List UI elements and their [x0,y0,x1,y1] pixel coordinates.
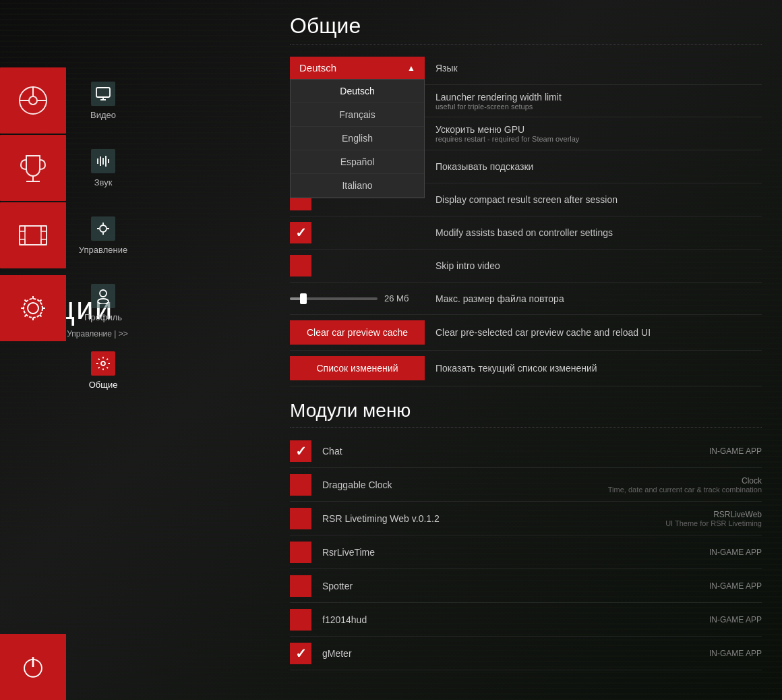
modify-assists-label: Modify assists based on controller setti… [435,227,762,238]
lang-option-italiano[interactable]: Italiano [291,174,424,198]
clear-cache-control: Clear car preview cache [290,320,425,345]
module-checkbox-4[interactable] [290,575,311,597]
module-checkbox-0[interactable] [290,440,311,462]
modules-title: Модули меню [290,400,762,421]
svg-rect-18 [96,88,110,97]
module-name-2: RSR Livetiming Web v.0.1.2 [322,513,655,524]
module-tag-3: IN-GAME APP [709,548,762,557]
module-row: Draggable ClockClockTime, date and curre… [290,468,762,502]
nav-controls-label: Управление [79,245,127,255]
nav-profile[interactable]: Профиль [73,270,133,336]
sidebar-icon-audio[interactable] [0,135,66,201]
module-checkbox-3[interactable] [290,542,311,563]
general-icon [91,351,115,376]
gpu-menu-sublabel: requires restart - required for Steam ov… [435,135,762,143]
module-checkbox-2[interactable] [290,508,311,529]
module-row: SpotterIN-GAME APP [290,569,762,603]
replay-size-control: 26 Мб [290,293,425,303]
launcher-width-text: Launcher rendering width limit [435,92,562,103]
sidebar-icon-video[interactable] [0,67,66,134]
modify-assists-checkbox[interactable] [290,222,311,243]
svg-point-1 [29,96,37,105]
language-options[interactable]: Deutsch Français English Español Italian… [290,79,425,198]
sidebar-icon-controls[interactable] [0,202,66,268]
nav-audio[interactable]: Звук [73,135,133,201]
language-dropdown[interactable]: Deutsch ▲ Deutsch Français English Españ… [290,57,425,79]
nav-general-label: Общие [89,380,118,390]
gpu-menu-label: Ускорить меню GPU requires restart - req… [435,124,762,143]
compact-result-label: Display compact result screen after sess… [435,194,762,205]
monitor-svg [95,86,111,102]
svg-point-14 [28,303,38,314]
module-checkbox-5[interactable] [290,609,311,631]
controls-icon [91,216,115,241]
profile-svg [95,288,111,304]
language-selected-text: Deutsch [299,62,336,74]
module-tag-0: IN-GAME APP [709,446,762,456]
module-name-4: Spotter [322,581,698,591]
power-icon [17,651,49,683]
svg-point-29 [101,361,105,366]
language-control[interactable]: Deutsch ▲ Deutsch Français English Españ… [290,57,425,79]
module-row: gMeterIN-GAME APP [290,637,762,670]
general-section-title: Общие [290,13,762,45]
module-name-6: gMeter [322,648,698,659]
module-row: ChatIN-GAME APP [290,434,762,468]
module-tag-6: IN-GAME APP [709,649,762,658]
skip-intro-row: Skip intro video [290,250,762,283]
nav-panel: Видео Звук Управление [73,67,133,403]
nav-controls[interactable]: Управление [73,202,133,268]
dropdown-arrow-icon: ▲ [407,63,415,73]
changelog-control: Список изменений [290,356,425,380]
nav-video-label: Видео [90,110,116,120]
nav-audio-label: Звук [94,177,113,187]
slider-value: 26 Мб [384,293,418,303]
profile-icon [91,284,115,308]
replay-size-label: Макс. размер файла повтора [435,293,762,304]
nav-general[interactable]: Общие [73,337,133,403]
module-row: RsrLiveTimeIN-GAME APP [290,535,762,569]
trophy-icon [16,150,51,185]
sidebar-icon-general[interactable] [0,275,66,341]
replay-size-slider[interactable]: 26 Мб [290,293,425,303]
module-checkbox-6[interactable] [290,643,311,664]
nav-video[interactable]: Видео [73,67,133,134]
module-tag-5: IN-GAME APP [709,615,762,624]
language-selected[interactable]: Deutsch ▲ [290,57,425,79]
clear-cache-row: Clear car preview cache Clear pre-select… [290,315,762,351]
modify-assists-row: Modify assists based on controller setti… [290,216,762,250]
module-name-1: Draggable Clock [322,479,597,490]
changelog-button[interactable]: Список изменений [290,356,425,380]
svg-point-28 [98,299,109,304]
launcher-width-label: Launcher rendering width limit useful fo… [435,92,762,111]
power-button[interactable] [0,634,66,700]
module-tag-4: IN-GAME APP [709,581,762,591]
module-checkbox-1[interactable] [290,474,311,496]
lang-option-deutsch[interactable]: Deutsch [291,80,424,103]
modules-list: ChatIN-GAME APPDraggable ClockClockTime,… [290,434,762,670]
sidebar-icon-list [0,67,67,270]
nav-profile-label: Профиль [84,312,122,322]
skip-intro-checkbox[interactable] [290,255,311,276]
changelog-description: Показать текущий список изменений [435,363,762,374]
monitor-icon [91,82,115,106]
controls-svg [95,221,111,237]
language-label: Язык [435,63,762,74]
general-gear-svg [95,355,111,372]
svg-rect-7 [20,226,47,245]
gear-icon [16,291,51,326]
steering-wheel-icon [16,83,51,118]
skip-intro-control [290,255,425,276]
modify-assists-control [290,222,425,243]
slider-thumb[interactable] [300,293,307,304]
lang-option-francais[interactable]: Français [291,103,424,127]
slider-track[interactable] [290,297,378,300]
lang-option-english[interactable]: English [291,127,424,150]
lang-option-espanol[interactable]: Español [291,150,424,174]
svg-point-27 [100,290,107,297]
module-subtag-2: UI Theme for RSR Livetiming [665,519,762,527]
audio-icon [91,149,115,173]
module-tag-1: ClockTime, date and current car & track … [608,476,762,494]
clear-cache-button[interactable]: Clear car preview cache [290,320,425,345]
launcher-width-sublabel: useful for triple-screen setups [435,103,762,111]
